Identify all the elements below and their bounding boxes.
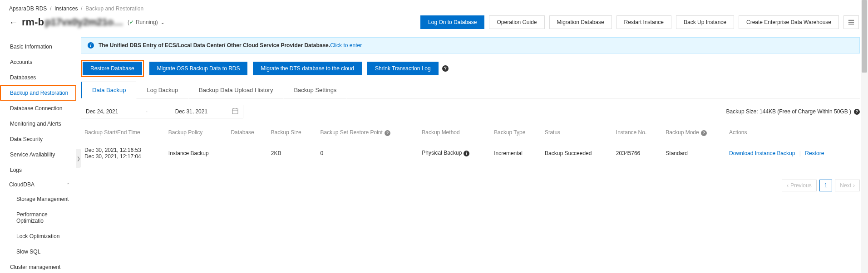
cell-size[interactable]: 2KB bbox=[267, 141, 317, 166]
table-row: Dec 30, 2021, 12:16:53 Dec 30, 2021, 12:… bbox=[81, 141, 860, 166]
sidebar-item-perf[interactable]: Performance Optimizatio bbox=[0, 207, 76, 229]
info-icon[interactable]: i bbox=[464, 151, 469, 156]
help-icon[interactable]: ? bbox=[442, 65, 449, 72]
cell-policy: Instance Backup bbox=[165, 141, 227, 166]
sidebar-item-basic[interactable]: Basic Information bbox=[0, 39, 76, 54]
restore-highlight: Restore Database bbox=[81, 60, 144, 77]
col-status: Status bbox=[541, 125, 612, 141]
pager-prev[interactable]: ‹Previous bbox=[782, 180, 817, 191]
col-instno: Instance No. bbox=[612, 125, 662, 141]
date-sep: - bbox=[118, 108, 175, 115]
cell-status: Backup Succeeded bbox=[541, 141, 612, 166]
date-from: Dec 24, 2021 bbox=[86, 108, 118, 115]
operation-guide-button[interactable]: Operation Guide bbox=[489, 15, 544, 29]
svg-rect-1 bbox=[848, 22, 854, 23]
tab-data-backup[interactable]: Data Backup bbox=[81, 82, 136, 98]
restore-link[interactable]: Restore bbox=[805, 150, 824, 156]
cell-start: Dec 30, 2021, 12:16:53 Dec 30, 2021, 12:… bbox=[81, 141, 165, 166]
sidebar-item-cluster[interactable]: Cluster management bbox=[0, 259, 76, 273]
col-db: Database bbox=[227, 125, 267, 141]
svg-rect-3 bbox=[232, 109, 238, 114]
cell-instno: 20345766 bbox=[612, 141, 662, 166]
migration-database-button[interactable]: Migration Database bbox=[549, 15, 612, 29]
sidebar-item-monitoring[interactable]: Monitoring and Alerts bbox=[0, 116, 76, 132]
restore-database-button[interactable]: Restore Database bbox=[83, 62, 142, 75]
sidebar: Basic Information Accounts Databases Bac… bbox=[0, 37, 76, 273]
sidebar-item-backup[interactable]: Backup and Restoration bbox=[0, 85, 76, 101]
vertical-scrollbar[interactable] bbox=[861, 0, 868, 273]
calendar-icon bbox=[232, 108, 238, 116]
cell-type: Incremental bbox=[490, 141, 541, 166]
col-method: Backup Method bbox=[418, 125, 490, 141]
migrate-oss-button[interactable]: Migrate OSS Backup Data to RDS bbox=[149, 62, 248, 75]
banner-link[interactable]: Click to enter bbox=[330, 42, 362, 49]
backup-table: Backup Start/End Time Backup Policy Data… bbox=[81, 125, 860, 166]
date-range-picker[interactable]: Dec 24, 2021 - Dec 31, 2021 bbox=[81, 105, 243, 118]
layout-toggle-button[interactable] bbox=[843, 15, 859, 29]
svg-rect-0 bbox=[848, 20, 854, 21]
layout-icon bbox=[848, 19, 854, 25]
chevron-up-icon: ⌃ bbox=[66, 182, 70, 187]
crumb-sep: / bbox=[79, 5, 85, 12]
cell-actions: Download Instance Backup | Restore bbox=[725, 141, 860, 166]
crumb-current: Backup and Restoration bbox=[85, 5, 143, 12]
pager-next[interactable]: Next› bbox=[835, 180, 860, 191]
question-icon[interactable]: ? bbox=[701, 130, 707, 136]
sidebar-item-availability[interactable]: Service Availability bbox=[0, 147, 76, 162]
col-mode: Backup Mode? bbox=[662, 125, 725, 141]
create-warehouse-button[interactable]: Create Enterprise Data Warehouse bbox=[739, 15, 839, 29]
instance-name-prefix: rm-b bbox=[22, 16, 44, 28]
col-policy: Backup Policy bbox=[165, 125, 227, 141]
scrollbar-thumb[interactable] bbox=[862, 0, 867, 73]
action-sep: | bbox=[799, 150, 801, 156]
sidebar-item-accounts[interactable]: Accounts bbox=[0, 54, 76, 70]
question-icon[interactable]: ? bbox=[385, 130, 390, 136]
instance-name: p17vx0y2m21o… bbox=[45, 16, 123, 28]
back-up-instance-button[interactable]: Back Up Instance bbox=[676, 15, 734, 29]
crumb-sep: / bbox=[49, 5, 54, 12]
col-type: Backup Type bbox=[490, 125, 541, 141]
sidebar-item-storage[interactable]: Storage Management bbox=[0, 191, 76, 207]
col-point: Backup Set Restore Point? bbox=[316, 125, 418, 141]
migrate-dts-button[interactable]: Migrate the DTS database to the cloud bbox=[253, 62, 361, 75]
download-backup-link[interactable]: Download Instance Backup bbox=[729, 150, 795, 156]
chevron-down-icon: ⌄ bbox=[161, 20, 164, 25]
sidebar-item-clouddba[interactable]: CloudDBA ⌃ bbox=[0, 178, 76, 191]
back-arrow-icon[interactable]: ← bbox=[9, 17, 18, 28]
banner-text: The Unified DBS Entry of ECS/Local Data … bbox=[99, 42, 330, 49]
info-banner: i The Unified DBS Entry of ECS/Local Dat… bbox=[81, 37, 860, 54]
chevron-right-icon: › bbox=[853, 182, 855, 189]
tab-upload-history[interactable]: Backup Data Upload History bbox=[188, 82, 283, 98]
sidebar-item-security[interactable]: Data Security bbox=[0, 132, 76, 147]
sidebar-item-logs[interactable]: Logs bbox=[0, 162, 76, 178]
backup-size-info: Backup Size: 144KB (Free of Charge Withi… bbox=[726, 108, 860, 115]
pager-page-1[interactable]: 1 bbox=[819, 180, 833, 191]
status-label: Running bbox=[136, 19, 156, 25]
sidebar-clouddba-label: CloudDBA bbox=[9, 181, 35, 188]
col-start: Backup Start/End Time bbox=[81, 125, 165, 141]
tab-backup-settings[interactable]: Backup Settings bbox=[283, 82, 347, 98]
breadcrumb: ApsaraDB RDS / Instances / Backup and Re… bbox=[0, 0, 868, 13]
restart-instance-button[interactable]: Restart Instance bbox=[616, 15, 671, 29]
sidebar-item-databases[interactable]: Databases bbox=[0, 70, 76, 85]
instance-status[interactable]: ( ✓ Running ) ⌄ bbox=[128, 19, 164, 25]
status-close-paren: ) bbox=[156, 19, 158, 25]
col-size: Backup Size bbox=[267, 125, 317, 141]
collapse-sidebar-handle[interactable]: ❯ bbox=[76, 149, 81, 168]
crumb-root[interactable]: ApsaraDB RDS bbox=[9, 5, 47, 12]
tab-log-backup[interactable]: Log Backup bbox=[136, 82, 188, 98]
sidebar-item-lock[interactable]: Lock Optimization bbox=[0, 229, 76, 244]
shrink-log-button[interactable]: Shrink Transaction Log bbox=[367, 62, 439, 75]
cell-method: Physical Backupi bbox=[418, 141, 490, 166]
sidebar-item-slow[interactable]: Slow SQL bbox=[0, 244, 76, 259]
log-on-button[interactable]: Log On to Database bbox=[420, 15, 484, 29]
cell-point: 0 bbox=[316, 141, 418, 166]
info-icon: i bbox=[88, 42, 94, 49]
sidebar-item-connection[interactable]: Database Connection bbox=[0, 101, 76, 116]
check-icon: ✓ bbox=[129, 19, 134, 25]
col-actions: Actions bbox=[725, 125, 860, 141]
crumb-instances[interactable]: Instances bbox=[54, 5, 78, 12]
question-icon[interactable]: ? bbox=[854, 109, 860, 115]
cell-db bbox=[227, 141, 267, 166]
svg-rect-2 bbox=[848, 24, 854, 25]
